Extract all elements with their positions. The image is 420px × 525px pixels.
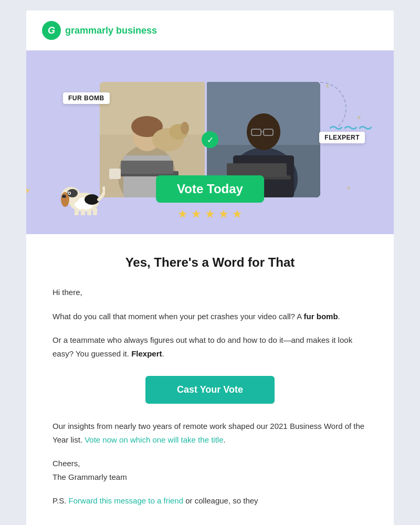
star-3: ★: [205, 207, 215, 221]
tag-fur-bomb: FUR BOMB: [63, 92, 110, 104]
svg-point-26: [61, 187, 80, 204]
vote-today-banner: Vote Today: [156, 175, 264, 203]
cta-wrapper: Cast Your Vote: [52, 376, 368, 404]
fur-bomb-term: fur bomb: [304, 312, 338, 321]
tag-flexpert: FLEXPERT: [319, 132, 365, 143]
hero-banner: ✦ ✦ ✦ ✦ 〜〜〜: [26, 50, 394, 234]
sparkle-icon-3: ✦: [345, 184, 352, 192]
star-4: ★: [218, 207, 229, 221]
svg-point-30: [69, 193, 70, 194]
email-header: G grammarly business: [26, 10, 394, 50]
svg-rect-12: [121, 161, 173, 174]
content-body-2: Our insights from nearly two years of re…: [52, 419, 368, 508]
email-container: G grammarly business ✦ ✦ ✦ ✦ 〜〜〜: [26, 10, 394, 525]
svg-rect-35: [93, 208, 97, 215]
illus-dog-icon: [58, 173, 105, 224]
star-2: ★: [191, 207, 202, 221]
cast-vote-button[interactable]: Cast Your Vote: [145, 376, 275, 404]
sparkle-icon-4: ✦: [356, 113, 362, 122]
logo-text: grammarly business: [65, 25, 157, 36]
paragraph-fur-bomb: What do you call that moment when your p…: [52, 310, 368, 323]
svg-rect-13: [109, 169, 121, 179]
paragraph-flexpert: Or a teammate who always figures out wha…: [52, 333, 368, 360]
check-badge: ✓: [202, 131, 218, 148]
star-1: ★: [177, 207, 188, 221]
greeting: Hi there,: [52, 286, 368, 299]
svg-point-29: [68, 192, 71, 195]
paragraph-vote-link: Our insights from nearly two years of re…: [52, 419, 368, 446]
star-5: ★: [232, 207, 243, 221]
ps-section: P.S. Forward this message to a friend or…: [52, 494, 368, 508]
content-body: Hi there, What do you call that moment w…: [52, 286, 368, 360]
vote-link[interactable]: Vote now on which one will take the titl…: [85, 435, 223, 444]
svg-point-28: [67, 189, 78, 197]
stars-row: ★ ★ ★ ★ ★: [177, 207, 243, 221]
forward-link[interactable]: Forward this message to a friend: [69, 496, 183, 505]
svg-rect-33: [81, 209, 85, 215]
svg-point-10: [181, 122, 189, 134]
svg-point-36: [85, 194, 99, 205]
logo-icon: G: [42, 21, 61, 40]
svg-point-24: [69, 193, 99, 212]
logo-area: G grammarly business: [42, 21, 378, 40]
flexpert-term: Flexpert: [131, 349, 162, 358]
svg-rect-32: [75, 209, 79, 215]
svg-point-31: [62, 195, 66, 198]
email-content: Yes, There's a Word for That Hi there, W…: [26, 234, 394, 525]
content-title: Yes, There's a Word for That: [52, 255, 368, 270]
sparkle-icon-2: ✦: [324, 82, 331, 90]
vote-arrow-icon: [26, 182, 32, 201]
svg-point-25: [75, 197, 93, 210]
closing: Cheers, The Grammarly team: [52, 457, 368, 484]
svg-rect-34: [87, 209, 91, 215]
svg-point-27: [61, 192, 69, 207]
